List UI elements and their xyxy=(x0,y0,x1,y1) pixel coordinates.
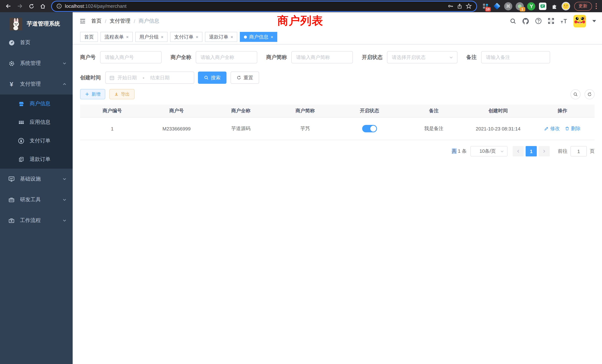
sidebar-item-merchant-info[interactable]: 商户信息 xyxy=(0,95,73,113)
browser-toolbar: localhost:1024/pay/merchant 10 ⌘ 1 xyxy=(0,0,602,12)
reset-button[interactable]: 重置 xyxy=(231,72,259,84)
browser-home-icon[interactable] xyxy=(37,1,48,11)
fullscreen-icon[interactable] xyxy=(548,17,555,24)
extension-command-icon[interactable]: ⌘ xyxy=(503,0,514,12)
sidebar-submenu-pay: 商户信息 应用信息 支付订单 xyxy=(0,95,73,169)
page-size-select[interactable]: 10条/页 xyxy=(470,146,507,156)
filter-label-full-name: 商户全称 xyxy=(171,54,191,61)
browser-reload-icon[interactable] xyxy=(26,1,37,11)
short-name-input[interactable] xyxy=(291,51,353,63)
store-icon xyxy=(18,101,24,107)
github-icon[interactable] xyxy=(522,17,529,25)
password-key-icon[interactable] xyxy=(447,3,453,9)
cell-merchant-no: M233666999 xyxy=(144,126,209,131)
next-page-button[interactable] xyxy=(539,146,550,156)
sidebar-toggle-icon[interactable] xyxy=(79,18,86,24)
close-icon[interactable]: × xyxy=(271,34,273,40)
document-copy-icon xyxy=(18,156,24,162)
status-toggle[interactable] xyxy=(362,125,377,132)
prev-page-button[interactable] xyxy=(513,146,524,156)
sidebar-item-app-info[interactable]: 应用信息 xyxy=(0,113,73,132)
sidebar-item-pay-orders[interactable]: 支付订单 xyxy=(0,132,73,150)
url-bar[interactable]: localhost:1024/pay/merchant xyxy=(52,1,476,11)
delete-link[interactable]: 删除 xyxy=(565,125,581,132)
show-search-button[interactable] xyxy=(570,89,580,99)
sidebar-item-devtools[interactable]: 研发工具 xyxy=(0,189,73,210)
font-size-icon[interactable] xyxy=(560,18,568,24)
close-icon[interactable]: × xyxy=(196,34,198,40)
extensions-puzzle-icon[interactable] xyxy=(549,0,559,12)
share-icon[interactable] xyxy=(456,3,462,9)
breadcrumb-pay[interactable]: 支付管理 xyxy=(110,18,130,24)
sidebar-item-infra[interactable]: 基础设施 xyxy=(0,169,73,189)
toolbox-icon xyxy=(8,196,15,203)
close-icon[interactable]: × xyxy=(161,34,163,40)
edit-link[interactable]: 修改 xyxy=(544,125,560,132)
extension-yudao-icon[interactable] xyxy=(526,0,537,12)
filter-label-remark: 备注 xyxy=(466,54,477,61)
page-number-button[interactable]: 1 xyxy=(526,146,537,156)
sidebar-item-home[interactable]: 首页 xyxy=(0,32,73,53)
search-button[interactable]: 搜索 xyxy=(198,72,226,84)
extension-chat-icon[interactable] xyxy=(537,0,548,12)
app-logo[interactable]: 芋道管理系统 xyxy=(0,12,73,32)
cell-merchant-id: 1 xyxy=(80,126,144,131)
close-icon[interactable]: × xyxy=(126,34,129,40)
status-select[interactable]: 请选择开启状态 xyxy=(387,51,457,63)
avatar-caret-icon[interactable] xyxy=(592,20,596,22)
browser-update-button[interactable]: 更新 xyxy=(574,2,592,11)
tab-merchant-info[interactable]: 商户信息× xyxy=(240,32,277,42)
extension-gem-icon[interactable] xyxy=(491,0,502,12)
sidebar-item-system[interactable]: 系统管理 xyxy=(0,53,73,74)
dashboard-icon xyxy=(8,40,15,46)
close-icon[interactable]: × xyxy=(231,34,233,40)
site-info-icon[interactable] xyxy=(56,3,62,9)
extension-badge: 10 xyxy=(485,7,491,11)
browser-avatar-icon[interactable] xyxy=(560,0,571,12)
date-range-picker[interactable]: 开始日期 - 结束日期 xyxy=(105,72,194,84)
user-avatar[interactable] xyxy=(573,15,586,27)
tab-user-group[interactable]: 用户分组× xyxy=(135,32,168,42)
refresh-icon xyxy=(236,75,241,80)
chevron-up-icon xyxy=(62,82,67,86)
merchant-no-input[interactable] xyxy=(100,51,162,63)
chevron-down-icon xyxy=(62,218,67,223)
browser-forward-icon[interactable] xyxy=(14,1,25,11)
page-title-annotation: 商户列表 xyxy=(277,13,323,29)
sidebar-item-workflow[interactable]: 工作流程 xyxy=(0,210,73,231)
sidebar-item-pay[interactable]: ¥ 支付管理 xyxy=(0,74,73,95)
tab-refund-orders[interactable]: 退款订单× xyxy=(205,32,237,42)
tab-process-form[interactable]: 流程表单× xyxy=(100,32,133,42)
cell-remark: 我是备注 xyxy=(402,125,466,132)
extension-grid-icon[interactable]: 10 xyxy=(480,0,491,12)
tab-home[interactable]: 首页 xyxy=(80,32,98,42)
edit-pencil-icon xyxy=(544,126,549,131)
remark-input[interactable] xyxy=(481,51,550,63)
tab-pay-orders[interactable]: 支付订单× xyxy=(170,32,202,42)
gear-icon xyxy=(8,60,15,66)
browser-menu-icon[interactable] xyxy=(595,3,599,9)
search-icon xyxy=(573,92,578,96)
export-button[interactable]: 导出 xyxy=(109,89,135,99)
sidebar: 芋道管理系统 首页 系统管理 xyxy=(0,12,73,364)
help-icon[interactable] xyxy=(535,17,542,24)
active-dot xyxy=(244,35,247,38)
full-name-input[interactable] xyxy=(196,51,257,63)
bookmark-star-icon[interactable] xyxy=(465,3,472,9)
chevron-left-icon xyxy=(516,149,520,153)
sidebar-item-refund-orders[interactable]: 退款订单 xyxy=(0,150,73,169)
breadcrumb: 首页 / 支付管理 / 商户信息 xyxy=(91,18,159,24)
goto-page-input[interactable] xyxy=(570,146,587,156)
browser-back-icon[interactable] xyxy=(3,1,14,11)
monitor-chart-icon xyxy=(8,176,15,182)
chevron-down-icon xyxy=(62,61,67,66)
cell-full-name: 芋道源码 xyxy=(209,125,273,132)
search-icon[interactable] xyxy=(510,18,516,24)
table-header: 商户编号 商户号 商户全称 商户简称 开启状态 备注 创建时间 操作 xyxy=(80,105,595,118)
add-button[interactable]: 新增 xyxy=(80,89,105,99)
plus-icon xyxy=(85,92,89,96)
extension-profile-icon[interactable]: 1 xyxy=(514,0,525,12)
breadcrumb-home[interactable]: 首页 xyxy=(91,18,102,24)
refresh-table-button[interactable] xyxy=(585,89,595,99)
extension-badge: 1 xyxy=(519,7,525,11)
